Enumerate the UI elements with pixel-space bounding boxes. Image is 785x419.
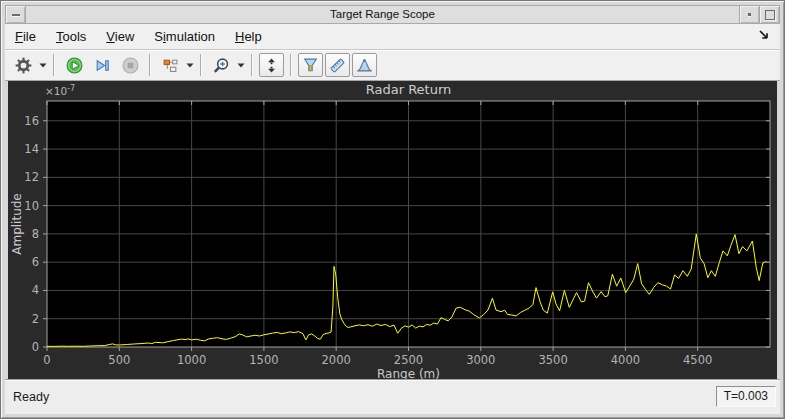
y-axis-label: Amplitude <box>10 193 24 255</box>
x-tick-label: 1000 <box>177 353 206 367</box>
y-tick-label: 8 <box>32 227 39 241</box>
menu-file[interactable]: File <box>15 29 36 44</box>
minimize-icon <box>748 13 751 16</box>
stop-icon <box>122 57 139 74</box>
stop-button <box>117 52 143 78</box>
y-tick-label: 12 <box>24 170 39 184</box>
toolbar-separator <box>149 54 151 76</box>
run-button[interactable] <box>61 52 87 78</box>
radar-return-plot[interactable]: 0500100015002000250030003500400045000246… <box>8 81 777 379</box>
toolbar-separator <box>200 54 202 76</box>
toolbar-separator <box>251 54 253 76</box>
menu-simulation[interactable]: Simulation <box>154 29 215 44</box>
window-title: Target Range Scope <box>26 6 739 23</box>
maximize-button[interactable] <box>759 6 779 23</box>
caret-down-icon <box>237 63 245 68</box>
x-tick-label: 2500 <box>394 353 423 367</box>
menu-help[interactable]: Help <box>235 29 262 44</box>
toolbar-separator <box>290 54 292 76</box>
menubar: FileToolsViewSimulationHelp <box>5 24 780 50</box>
toolbar <box>5 50 780 81</box>
y-tick-label: 4 <box>32 283 39 297</box>
cursor-measurements-button[interactable] <box>325 53 350 77</box>
caret-down-icon <box>39 63 47 68</box>
scale-axes-button[interactable] <box>259 53 284 77</box>
x-tick-label: 500 <box>108 353 130 367</box>
x-tick-label: 3000 <box>466 353 495 367</box>
titlebar[interactable]: Target Range Scope <box>5 5 780 24</box>
gear-icon <box>15 57 32 74</box>
settings-button[interactable] <box>10 52 36 78</box>
simulation-time: T=0.003 <box>716 386 776 407</box>
y-axis-multiplier: ×10-7 <box>45 84 75 97</box>
statusbar: Ready T=0.003 <box>5 379 780 414</box>
step-forward-icon <box>94 57 111 74</box>
undock-arrow-icon[interactable] <box>756 27 772 43</box>
x-tick-label: 0 <box>43 353 50 367</box>
status-text: Ready <box>13 390 49 404</box>
y-tick-label: 6 <box>32 255 39 269</box>
y-tick-label: 10 <box>24 199 39 213</box>
x-tick-label: 4000 <box>611 353 640 367</box>
zoom-button[interactable] <box>208 52 234 78</box>
highlight-simulink-block-dropdown-caret[interactable] <box>184 53 195 77</box>
caret-down-icon <box>186 63 194 68</box>
scope-window: Target Range Scope FileToolsViewSimulati… <box>0 0 785 419</box>
maximize-icon <box>765 10 775 20</box>
y-tick-label: 14 <box>24 142 39 156</box>
minimize-button[interactable] <box>739 6 759 23</box>
y-tick-label: 16 <box>24 114 39 128</box>
x-tick-label: 4500 <box>683 353 712 367</box>
window-menu-button[interactable] <box>6 6 26 23</box>
ruler-icon <box>329 57 346 74</box>
window-menu-icon <box>12 14 20 16</box>
toolbar-separator <box>53 54 55 76</box>
trigger-icon <box>302 57 319 74</box>
y-tick-label: 0 <box>32 340 39 354</box>
x-tick-label: 1500 <box>249 353 278 367</box>
zoom-in-icon <box>213 57 230 74</box>
trigger-button[interactable] <box>298 53 323 77</box>
highlight-simulink-block-button[interactable] <box>157 52 183 78</box>
run-icon <box>66 57 83 74</box>
x-tick-label: 2000 <box>322 353 351 367</box>
simulink-blocks-icon <box>162 57 179 74</box>
x-tick-label: 3500 <box>538 353 567 367</box>
peak-finder-button[interactable] <box>352 53 377 77</box>
step-forward-button[interactable] <box>89 52 115 78</box>
zoom-dropdown-caret[interactable] <box>235 53 246 77</box>
y-tick-label: 2 <box>32 312 39 326</box>
peak-finder-icon <box>356 57 373 74</box>
x-axis-label: Range (m) <box>377 367 440 379</box>
menu-tools[interactable]: Tools <box>56 29 86 44</box>
menu-view[interactable]: View <box>106 29 134 44</box>
plot-title: Radar Return <box>366 82 452 97</box>
plot-panel: 0500100015002000250030003500400045000246… <box>8 81 777 379</box>
settings-dropdown-caret[interactable] <box>37 53 48 77</box>
scale-y-axis-icon <box>263 57 280 74</box>
